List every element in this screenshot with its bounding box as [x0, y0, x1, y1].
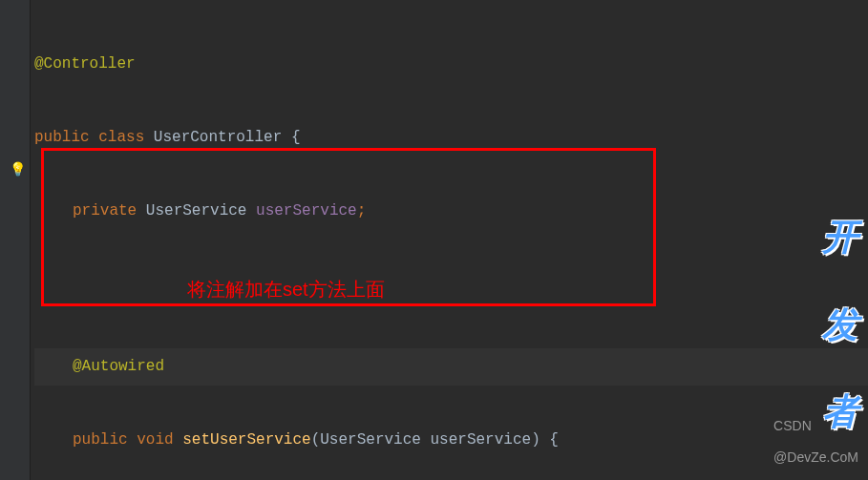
param-type: UserService: [320, 431, 421, 449]
keyword-public: public: [73, 431, 128, 449]
red-annotation-text: 将注解加在set方法上面: [34, 266, 868, 312]
method-setuserservice: setUserService: [182, 431, 310, 449]
keyword-public: public: [34, 129, 90, 146]
class-name: UserController: [154, 129, 282, 146]
brace-open: {: [549, 431, 559, 449]
field-userservice: userService: [256, 202, 357, 219]
type-userservice: UserService: [146, 202, 247, 219]
keyword-class: class: [98, 129, 144, 146]
lightbulb-icon[interactable]: 💡: [10, 155, 26, 187]
annotation-controller: @Controller: [34, 55, 136, 73]
annotation-autowired: @Autowired: [73, 358, 164, 375]
paren-open: (: [311, 431, 321, 449]
brace-open: {: [291, 129, 301, 146]
param-name: userService: [431, 431, 532, 449]
keyword-void: void: [137, 431, 173, 449]
editor-gutter: 💡: [0, 0, 31, 480]
semicolon: ;: [357, 202, 367, 219]
keyword-private: private: [73, 202, 137, 219]
paren-close: ): [531, 431, 540, 449]
code-editor[interactable]: @Controller public class UserController …: [0, 10, 868, 480]
watermark-sub-text: CSDN @DevZe.CoM: [773, 410, 858, 474]
